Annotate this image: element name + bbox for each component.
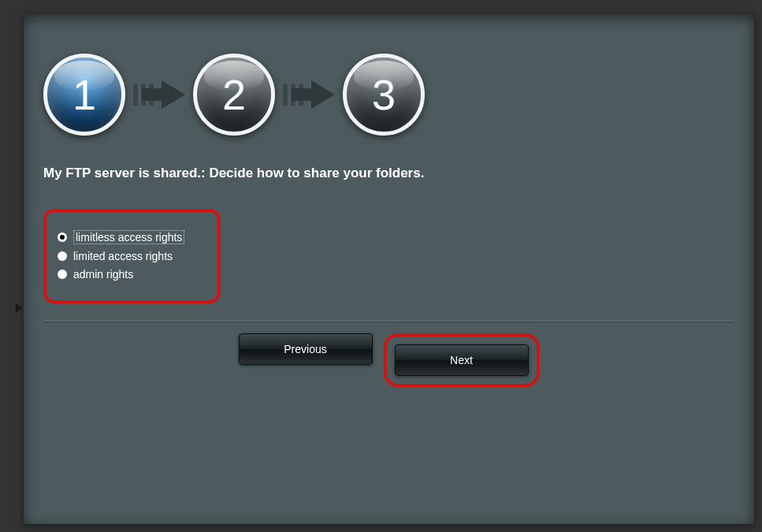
radio-admin[interactable]: admin rights: [58, 268, 211, 281]
caret-icon: [16, 303, 22, 313]
app-window: 1 2 3 My FTP server is shared.: Decide h…: [0, 0, 762, 532]
arrow-right-icon: [311, 80, 335, 109]
radio-unselected-icon: [58, 251, 67, 261]
radio-limited[interactable]: limited access rights: [58, 250, 211, 262]
step-2-number: 2: [222, 70, 246, 119]
step-2-icon: 2: [193, 54, 275, 136]
access-rights-group: limitless access rights limited access r…: [43, 209, 221, 303]
nav-button-row: Previous Next: [43, 333, 734, 387]
radio-limited-label: limited access rights: [73, 250, 173, 262]
radio-selected-icon: [58, 233, 67, 242]
divider: [43, 321, 734, 322]
step-1-number: 1: [72, 70, 96, 119]
radio-admin-label: admin rights: [73, 268, 133, 281]
next-button[interactable]: Next: [395, 344, 529, 376]
previous-button[interactable]: Previous: [239, 333, 373, 365]
radio-limitless[interactable]: limitless access rights: [58, 230, 211, 244]
page-title: My FTP server is shared.: Decide how to …: [43, 166, 734, 181]
wizard-panel: 1 2 3 My FTP server is shared.: Decide h…: [24, 14, 754, 524]
step-indicator: 1 2 3: [43, 54, 734, 136]
step-3-number: 3: [372, 70, 396, 119]
next-button-highlight: Next: [384, 333, 540, 387]
step-3-icon: 3: [343, 54, 425, 136]
step-1-icon: 1: [43, 54, 125, 136]
arrow-right-icon: [162, 80, 185, 109]
radio-unselected-icon: [58, 270, 67, 279]
radio-limitless-label: limitless access rights: [73, 230, 184, 244]
